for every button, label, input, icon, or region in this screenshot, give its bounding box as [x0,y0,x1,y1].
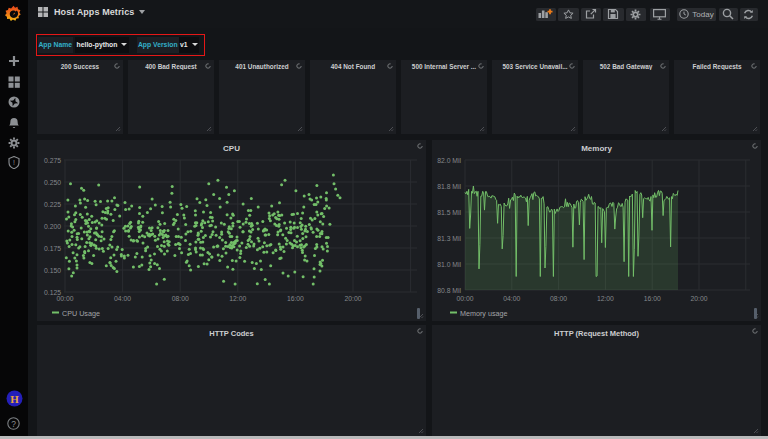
svg-text:Memory usage: Memory usage [460,309,508,318]
svg-text:0.150: 0.150 [44,267,61,274]
svg-text:81.8 Mil: 81.8 Mil [437,183,461,190]
svg-text:H: H [10,393,19,405]
svg-text:0.175: 0.175 [44,245,61,252]
svg-text:81.5 Mil: 81.5 Mil [437,209,461,216]
svg-text:0.225: 0.225 [44,201,61,208]
svg-text:0.250: 0.250 [44,179,61,186]
svg-text:20:00: 20:00 [344,295,361,302]
svg-text:0.275: 0.275 [44,157,61,164]
svg-text:12:00: 12:00 [597,295,614,302]
svg-text:81.0 Mil: 81.0 Mil [437,261,461,268]
svg-text:08:00: 08:00 [550,295,567,302]
svg-text:!: ! [13,159,15,166]
svg-text:81.3 Mil: 81.3 Mil [437,235,461,242]
svg-text:16:00: 16:00 [287,295,304,302]
svg-text:CPU Usage: CPU Usage [62,309,100,318]
svg-text:?: ? [11,419,16,429]
svg-text:08:00: 08:00 [172,295,189,302]
svg-text:20:00: 20:00 [690,295,707,302]
svg-text:04:00: 04:00 [114,295,131,302]
svg-text:12:00: 12:00 [229,295,246,302]
svg-text:80.8 Mil: 80.8 Mil [437,287,461,294]
svg-text:0.200: 0.200 [44,223,61,230]
svg-text:04:00: 04:00 [503,295,520,302]
svg-text:00:00: 00:00 [56,295,73,302]
svg-text:16:00: 16:00 [644,295,661,302]
svg-text:00:00: 00:00 [456,295,473,302]
svg-text:82.0 Mil: 82.0 Mil [437,157,461,164]
